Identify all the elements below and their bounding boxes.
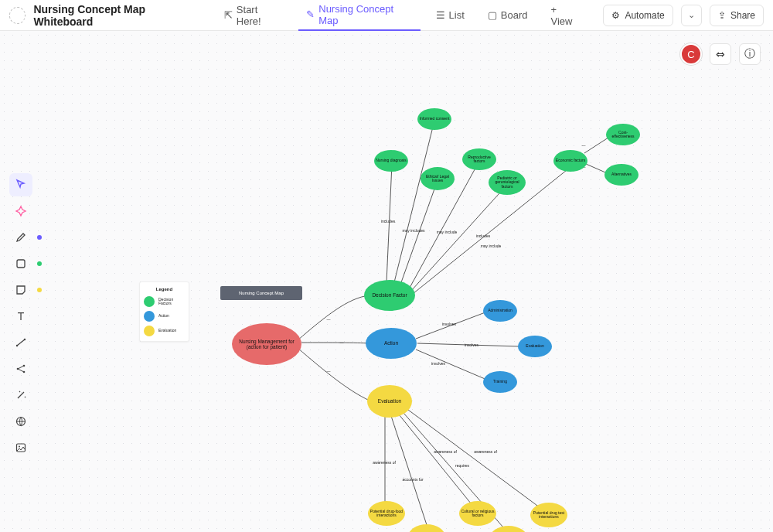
edge-label: may include (481, 244, 502, 248)
edge-label: may include (437, 230, 458, 234)
edge-label: — (327, 317, 331, 322)
list-icon: ☰ (436, 9, 445, 21)
edge-label: awareness of (434, 449, 457, 454)
node-drug-food[interactable]: Potential drug-food interactions (368, 501, 405, 526)
node-training[interactable]: Training (483, 371, 517, 393)
share-label: Share (730, 10, 755, 21)
pin-icon: ⇱ (224, 9, 233, 21)
node-alternatives[interactable]: Alternatives (604, 164, 638, 186)
edge-label: involves (431, 361, 445, 366)
tab-board[interactable]: ▢Board (480, 0, 536, 31)
tab-label: List (449, 9, 465, 21)
node-evaluation-sub[interactable]: Evaluation (518, 336, 552, 357)
tab-label: Start Here! (237, 4, 283, 27)
whiteboard-icon: ✎ (306, 9, 315, 20)
board-icon: ▢ (488, 9, 497, 21)
node-reproductive[interactable]: Reproductive factors (462, 148, 496, 170)
node-ethical-legal[interactable]: Ethical/ Legal Issues (421, 167, 455, 190)
automate-chevron[interactable]: ⌄ (681, 5, 702, 26)
tab-add-view[interactable]: + View (543, 0, 587, 31)
tab-label: Board (501, 9, 528, 21)
tab-label: Nursing Concept Map (318, 3, 412, 26)
robot-icon: ⚙ (611, 10, 620, 21)
share-button[interactable]: ⇪Share (710, 5, 764, 26)
node-cultural[interactable]: Cultural or religious factors (459, 501, 496, 526)
node-informed-consent[interactable]: Informed consent (417, 108, 451, 130)
edge-label: involves (442, 322, 456, 326)
node-pediatric[interactable]: Pediatric or gerontological factors (489, 170, 526, 195)
edge-label: requires (455, 463, 469, 468)
tab-start[interactable]: ⇱Start Here! (216, 0, 291, 31)
automate-label: Automate (625, 10, 664, 21)
canvas[interactable]: C ⇔ ⓘ T Legend Decision Factors Action E… (0, 31, 773, 532)
tab-concept-map[interactable]: ✎Nursing Concept Map (298, 0, 420, 31)
node-evaluation[interactable]: Evaluation (367, 385, 412, 418)
edge-label: — (340, 340, 344, 345)
edge-label: — (327, 369, 331, 373)
edge-label: — (582, 143, 586, 148)
edge-label: involves (465, 343, 478, 347)
node-economic[interactable]: Economic factors (553, 150, 587, 172)
share-icon: ⇪ (718, 10, 726, 21)
edge-label: may includes (402, 228, 424, 233)
topbar: Nursing Concept Map Whiteboard ⇱Start He… (0, 0, 773, 31)
edge-label: awareness of (474, 449, 497, 454)
tab-label: + View (550, 4, 580, 27)
node-nursing-diagnosis[interactable]: Nursing diagnosis (374, 150, 408, 172)
map-title-box[interactable]: Nursing Concept Map (220, 286, 302, 300)
edge-label: accounts for (402, 477, 423, 482)
edge-label: includes (381, 219, 395, 223)
edge-label: includes (476, 234, 490, 238)
tab-list[interactable]: ☰List (428, 0, 472, 31)
node-administration[interactable]: Administration (483, 300, 517, 322)
edge-label: awareness of (373, 460, 396, 465)
node-decision-factor[interactable]: Decision Factor (364, 280, 415, 311)
node-root[interactable]: Nursing Management for (action for patie… (232, 323, 301, 365)
node-drug-test[interactable]: Potential drug test interactions (530, 503, 567, 527)
node-action[interactable]: Action (366, 328, 417, 359)
workspace-icon[interactable] (9, 7, 26, 24)
automate-button[interactable]: ⚙Automate (603, 5, 673, 26)
node-cost-effectiveness[interactable]: Cost-effectiveness (606, 124, 640, 145)
page-title: Nursing Concept Map Whiteboard (33, 3, 202, 28)
